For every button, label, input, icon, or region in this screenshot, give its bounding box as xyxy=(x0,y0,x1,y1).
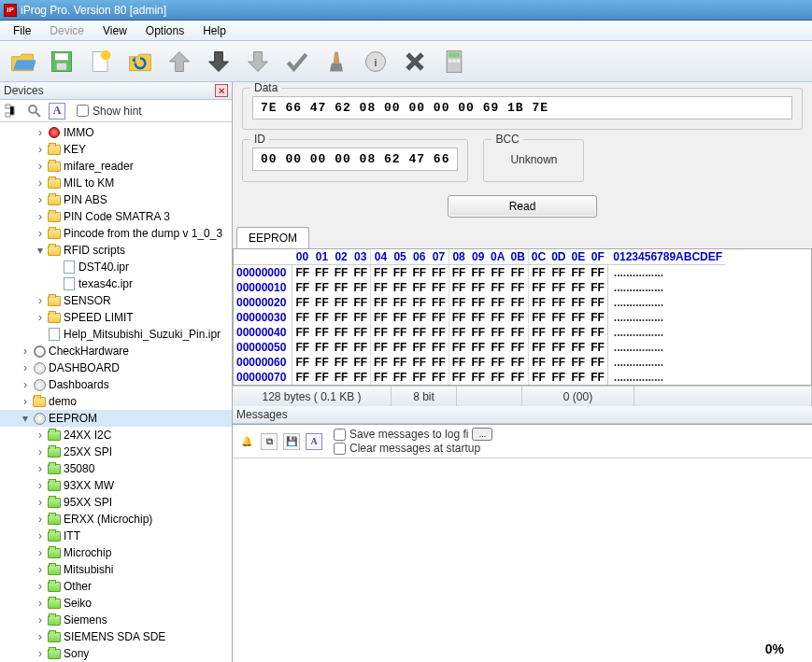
twisty-icon[interactable]: ▾ xyxy=(34,244,47,257)
tab-eeprom[interactable]: EEPROM xyxy=(236,227,309,248)
tree-item[interactable]: ›PIN ABS xyxy=(0,191,232,208)
menu-view[interactable]: View xyxy=(93,22,136,39)
search-icon[interactable] xyxy=(26,103,43,120)
twisty-icon[interactable]: › xyxy=(34,227,47,240)
msg-save-icon[interactable]: 💾 xyxy=(283,433,300,450)
clear-startup-checkbox[interactable]: Clear messages at startup xyxy=(334,442,492,455)
tree-item[interactable]: ›25XX SPI xyxy=(0,444,232,460)
twisty-icon[interactable]: › xyxy=(19,378,32,391)
twisty-icon[interactable]: › xyxy=(19,345,32,358)
tree-item[interactable]: Help_Mitsubishi_Suzuki_Pin.ipr xyxy=(0,326,232,343)
tree-item[interactable]: ›ERXX (Microchip) xyxy=(0,511,232,528)
info-button[interactable]: i xyxy=(357,45,394,78)
msg-copy-icon[interactable]: ⧉ xyxy=(261,433,278,450)
brush-button[interactable] xyxy=(318,45,355,78)
show-hint-checkbox[interactable]: Show hint xyxy=(77,105,142,118)
up-button[interactable] xyxy=(161,45,198,78)
menu-options[interactable]: Options xyxy=(136,22,193,39)
msg-font-icon[interactable]: A xyxy=(306,433,322,450)
twisty-icon[interactable]: › xyxy=(34,479,47,492)
tree-icon[interactable] xyxy=(4,103,21,120)
tree-item[interactable]: ›PIN Code SMATRA 3 xyxy=(0,208,232,225)
twisty-icon[interactable]: › xyxy=(34,563,47,576)
tree-item[interactable]: ›KEY xyxy=(0,141,232,158)
tree-item[interactable]: ›demo xyxy=(0,393,232,410)
hex-viewer[interactable]: 000102030405060708090A0B0C0D0E0F01234567… xyxy=(233,249,812,386)
menu-file[interactable]: File xyxy=(4,22,40,39)
open-button[interactable] xyxy=(4,45,41,78)
twisty-icon[interactable]: › xyxy=(34,126,47,139)
messages-body[interactable]: 0% xyxy=(233,458,812,662)
msg-bell-icon[interactable]: 🔔 xyxy=(238,433,255,450)
tree-item[interactable]: ›Sony xyxy=(0,645,232,662)
tree-item[interactable]: ›IMMO xyxy=(0,124,232,141)
tree-item[interactable]: ▾EEPROM xyxy=(0,410,232,427)
twisty-icon[interactable]: › xyxy=(34,160,47,173)
tree-item[interactable]: ›Microchip xyxy=(0,544,232,561)
tree-item-label: Pincode from the dump v 1_0_3 xyxy=(64,227,222,240)
twisty-icon[interactable]: › xyxy=(34,445,47,458)
tree-item[interactable]: DST40.ipr xyxy=(0,259,232,275)
twisty-icon[interactable]: › xyxy=(34,176,47,190)
twisty-icon[interactable]: › xyxy=(34,193,47,206)
tree-item[interactable]: texas4c.ipr xyxy=(0,275,232,292)
tree-item[interactable]: ›24XX I2C xyxy=(0,427,232,444)
twisty-icon[interactable]: › xyxy=(34,580,47,593)
twisty-icon[interactable]: › xyxy=(34,210,47,223)
tree-item[interactable]: ›35080 xyxy=(0,460,232,477)
twisty-icon[interactable]: › xyxy=(34,294,47,307)
twisty-icon[interactable]: › xyxy=(34,143,47,156)
tree-item[interactable]: ›SPEED LIMIT xyxy=(0,309,232,326)
show-hint-input[interactable] xyxy=(77,105,89,117)
tree-item[interactable]: ›Dashboards xyxy=(0,376,232,393)
tree-item[interactable]: ›MIL to KM xyxy=(0,175,232,191)
close-x-button[interactable] xyxy=(396,45,434,78)
folder-icon xyxy=(47,311,62,324)
devices-panel-close-icon[interactable]: ✕ xyxy=(215,84,228,97)
menu-help[interactable]: Help xyxy=(193,22,235,39)
save-log-checkbox[interactable]: Save messages to log fi ... xyxy=(334,428,492,441)
tree-item[interactable]: ›mifare_reader xyxy=(0,158,232,175)
twisty-icon[interactable]: › xyxy=(34,647,47,660)
data-value[interactable]: 7E 66 47 62 08 00 00 00 00 69 1B 7E xyxy=(252,96,792,120)
twisty-icon[interactable]: › xyxy=(34,513,47,526)
save-log-browse-button[interactable]: ... xyxy=(472,428,492,441)
font-icon[interactable]: A xyxy=(49,103,65,120)
twisty-icon[interactable]: › xyxy=(34,546,47,559)
check-button[interactable] xyxy=(278,45,316,78)
read-button[interactable]: Read xyxy=(448,195,597,218)
down-button[interactable] xyxy=(200,45,237,78)
twisty-icon[interactable]: › xyxy=(34,597,47,610)
twisty-icon[interactable]: ▾ xyxy=(19,412,32,425)
tree-item[interactable]: ›SIEMENS SDA SDE xyxy=(0,628,232,645)
down2-button[interactable] xyxy=(239,45,277,78)
tree-item[interactable]: ›95XX SPI xyxy=(0,494,232,511)
refresh-button[interactable] xyxy=(121,45,159,78)
save-button[interactable] xyxy=(43,45,80,78)
tree-item[interactable]: ›Mitsubishi xyxy=(0,561,232,578)
twisty-icon[interactable]: › xyxy=(34,630,47,643)
twisty-icon[interactable]: › xyxy=(34,613,47,627)
calculator-button[interactable] xyxy=(435,45,473,78)
twisty-icon[interactable]: › xyxy=(34,496,47,509)
tree-item[interactable]: ›Siemens xyxy=(0,612,232,628)
new-button[interactable] xyxy=(82,45,120,78)
tree-item[interactable]: ›Other xyxy=(0,578,232,595)
tree-item[interactable]: ›ITT xyxy=(0,528,232,544)
twisty-icon[interactable]: › xyxy=(34,429,47,442)
tree-item[interactable]: ›93XX MW xyxy=(0,477,232,494)
twisty-icon[interactable]: › xyxy=(19,395,32,408)
id-value[interactable]: 00 00 00 00 08 62 47 66 xyxy=(252,148,458,171)
twisty-icon[interactable]: › xyxy=(19,361,32,374)
tree-item[interactable]: ›SENSOR xyxy=(0,292,232,309)
menu-device[interactable]: Device xyxy=(40,22,93,39)
tree-item[interactable]: ▾RFID scripts xyxy=(0,242,232,259)
devices-tree[interactable]: ›IMMO›KEY›mifare_reader›MIL to KM›PIN AB… xyxy=(0,122,232,662)
tree-item[interactable]: ›CheckHardware xyxy=(0,343,232,359)
tree-item[interactable]: ›Pincode from the dump v 1_0_3 xyxy=(0,225,232,242)
twisty-icon[interactable]: › xyxy=(34,529,47,542)
tree-item[interactable]: ›Seiko xyxy=(0,595,232,612)
tree-item[interactable]: ›DASHBOARD xyxy=(0,359,232,376)
twisty-icon[interactable]: › xyxy=(34,311,47,324)
twisty-icon[interactable]: › xyxy=(34,462,47,475)
